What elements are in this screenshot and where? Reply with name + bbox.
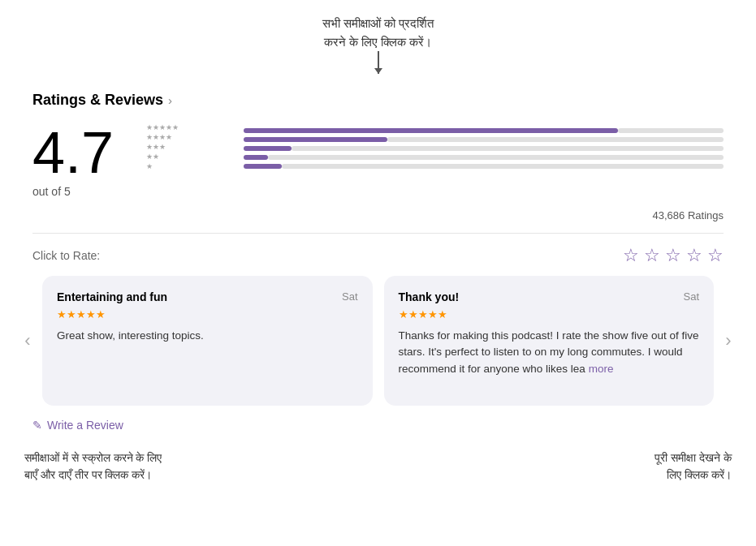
review-card-1-header: Entertaining and fun Sat (57, 290, 358, 303)
review-card-2-stars: ★★★★★ (399, 307, 700, 321)
write-review-label: Write a Review (47, 419, 123, 432)
bar-fill-5 (244, 128, 618, 133)
review-card-1-title: Entertaining and fun (57, 290, 167, 303)
top-annotation-text: सभी समीक्षाओं को प्रदर्शित करने के लिए क… (322, 16, 434, 49)
review-card-2-body: Thanks for making this podcast! I rate t… (399, 328, 700, 377)
bar-empty-2 (268, 155, 724, 160)
review-card-2-stars-text: ★★★★★ (399, 308, 447, 320)
rating-section: 4.7 out of 5 ★★★★★ ★★★★ ★★★ ★★ ★ (0, 123, 756, 208)
star-histogram: ★★★★★ ★★★★ ★★★ ★★ ★ (146, 123, 219, 170)
bottom-left-annotation: समीक्षाओं में से स्क्रोल करने के लिए बाए… (24, 449, 162, 484)
bar-empty-4 (387, 137, 724, 142)
review-card-2-date: Sat (683, 290, 699, 303)
review-card-1[interactable]: Entertaining and fun Sat ★★★★★ Great sho… (42, 276, 373, 406)
bar-empty-1 (282, 164, 724, 169)
review-card-1-date: Sat (342, 290, 358, 303)
page-container: सभी समीक्षाओं को प्रदर्शित करने के लिए क… (0, 0, 756, 546)
bar-row-3 (244, 146, 724, 151)
nav-arrow-left[interactable]: ‹ (16, 330, 39, 351)
write-icon: ✎ (32, 419, 42, 432)
bottom-annotations: समीक्षाओं में से स्क्रोल करने के लिए बाए… (0, 440, 756, 492)
star-2: ★★ (146, 153, 159, 161)
star-row-2: ★★ (146, 153, 219, 161)
section-chevron: › (168, 93, 172, 107)
bars-section (244, 123, 724, 169)
star-row-4: ★★★★ (146, 133, 219, 141)
bar-empty-3 (292, 146, 724, 151)
review-card-2-title: Thank you! (399, 290, 460, 303)
annotation-arrow (378, 51, 379, 74)
star-1: ★ (146, 162, 153, 170)
review-card-1-stars: ★★★★★ (57, 307, 358, 321)
bar-empty-5 (618, 128, 724, 133)
bar-row-2 (244, 155, 724, 160)
bar-row-1 (244, 164, 724, 169)
click-to-rate-label: Click to Rate: (32, 249, 100, 262)
review-card-1-stars-text: ★★★★★ (57, 308, 106, 320)
rate-row: Click to Rate: ☆ ☆ ☆ ☆ ☆ (0, 234, 756, 276)
nav-arrow-right[interactable]: › (717, 330, 740, 351)
star-row-1: ★ (146, 162, 219, 170)
right-arrow-icon: › (725, 330, 731, 351)
write-review-link[interactable]: ✎ Write a Review (32, 419, 724, 432)
review-card-2-header: Thank you! Sat (399, 290, 700, 303)
star-4: ★★★★ (146, 133, 172, 141)
section-title: Ratings & Reviews (32, 92, 163, 109)
rate-star-4[interactable]: ☆ (686, 245, 702, 266)
bar-fill-2 (244, 155, 268, 160)
star-5: ★★★★★ (146, 123, 179, 131)
rate-stars[interactable]: ☆ ☆ ☆ ☆ ☆ (623, 245, 724, 266)
cards-area: Entertaining and fun Sat ★★★★★ Great sho… (39, 276, 717, 406)
top-annotation: सभी समीक्षाओं को प्रदर्शित करने के लिए क… (0, 0, 756, 51)
rate-star-1[interactable]: ☆ (623, 245, 639, 266)
bar-row-4 (244, 137, 724, 142)
star-3: ★★★ (146, 143, 166, 151)
ratings-count: 43,686 Ratings (0, 208, 756, 221)
out-of-label: out of 5 (32, 185, 71, 198)
big-rating-number: 4.7 (32, 123, 114, 182)
reviews-container: ‹ Entertaining and fun Sat ★★★★★ Great s… (0, 276, 756, 406)
review-card-1-body: Great show, interesting topics. (57, 328, 358, 344)
bar-fill-3 (244, 146, 292, 151)
left-arrow-icon: ‹ (24, 330, 30, 351)
bar-fill-4 (244, 137, 387, 142)
big-rating: 4.7 out of 5 (32, 123, 122, 198)
review-more-link[interactable]: more (589, 363, 614, 375)
write-review-row: ✎ Write a Review (0, 406, 756, 440)
bottom-right-annotation: पूरी समीक्षा देखने के लिए क्लिक करें। (654, 449, 732, 484)
star-row-5: ★★★★★ (146, 123, 219, 131)
rate-star-3[interactable]: ☆ (665, 245, 681, 266)
rate-star-2[interactable]: ☆ (644, 245, 660, 266)
star-row-3: ★★★ (146, 143, 219, 151)
review-card-2-body-text: Thanks for making this podcast! I rate t… (399, 329, 699, 375)
rate-star-5[interactable]: ☆ (707, 245, 724, 266)
review-card-2[interactable]: Thank you! Sat ★★★★★ Thanks for making t… (384, 276, 715, 406)
bar-row-5 (244, 128, 724, 133)
bar-fill-1 (244, 164, 282, 169)
